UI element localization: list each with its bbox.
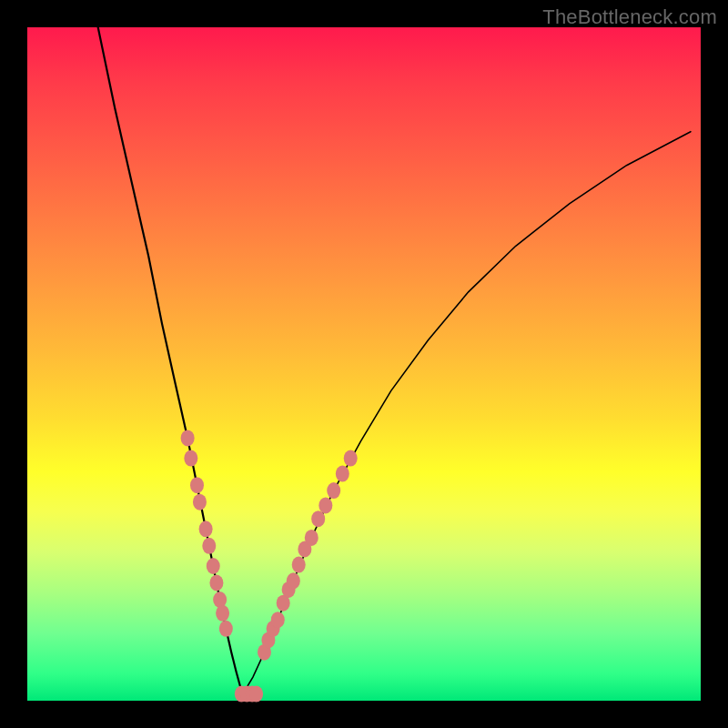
highlight-dot (184, 450, 197, 467)
highlight-dot (219, 621, 233, 637)
highlight-dot (193, 494, 207, 511)
highlight-dot (287, 572, 300, 589)
curve-layer (98, 27, 691, 694)
highlight-dot (207, 558, 220, 574)
highlight-dot (249, 686, 263, 703)
highlight-dot (311, 511, 325, 527)
chart-frame: TheBottleneck.com (0, 0, 728, 728)
highlight-dot (216, 605, 229, 622)
highlight-dot (202, 538, 216, 554)
highlight-dot (318, 497, 332, 513)
highlight-dot (181, 430, 195, 446)
highlight-dot (327, 482, 340, 499)
highlight-dot (199, 521, 213, 537)
dot-layer (181, 430, 358, 702)
highlight-dot (344, 450, 358, 467)
curve-right-arm (243, 132, 691, 694)
plot-area (27, 27, 701, 701)
highlight-dot (305, 530, 318, 546)
highlight-dot (190, 477, 204, 493)
highlight-dot (271, 612, 285, 628)
highlight-dot (209, 575, 223, 592)
highlight-dot (336, 466, 349, 482)
highlight-dot (292, 557, 306, 573)
curves-svg (27, 27, 701, 701)
watermark-text: TheBottleneck.com (542, 5, 717, 29)
